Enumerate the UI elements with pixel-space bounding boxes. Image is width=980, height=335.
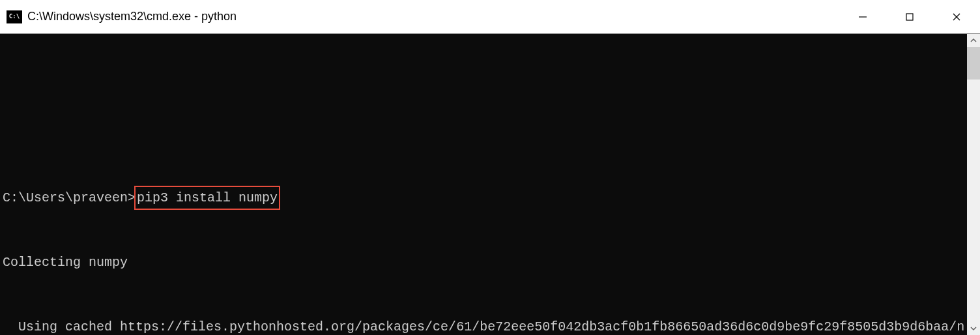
- prompt: C:\Users\praveen>: [3, 190, 136, 205]
- blank-line: [3, 123, 967, 144]
- minimize-icon: [857, 12, 868, 22]
- cmd-icon-text: C:\: [9, 14, 20, 20]
- window-title: C:\Windows\system32\cmd.exe - python: [27, 10, 237, 23]
- highlight-box: pip3 install numpy: [134, 186, 280, 210]
- maximize-icon: [904, 12, 915, 22]
- minimize-button[interactable]: [839, 0, 886, 33]
- chevron-up-icon: [970, 37, 977, 44]
- close-icon: [951, 12, 962, 22]
- scroll-down-button[interactable]: [967, 322, 980, 335]
- terminal-content: C:\Users\praveen>pip3 install numpy Coll…: [3, 80, 980, 335]
- cmd-icon: C:\: [7, 10, 22, 23]
- terminal-line: Collecting numpy: [3, 252, 967, 273]
- maximize-button[interactable]: [886, 0, 933, 33]
- terminal-line: C:\Users\praveen>pip3 install numpy: [3, 187, 967, 209]
- scroll-up-button[interactable]: [967, 34, 980, 47]
- titlebar: C:\ C:\Windows\system32\cmd.exe - python: [0, 0, 980, 34]
- scrollbar[interactable]: [967, 34, 980, 335]
- window-controls: [839, 0, 980, 33]
- chevron-down-icon: [970, 325, 977, 332]
- command-text: pip3 install numpy: [137, 190, 278, 205]
- terminal-line: Using cached https://files.pythonhosted.…: [3, 316, 967, 335]
- close-button[interactable]: [933, 0, 980, 33]
- terminal[interactable]: C:\Users\praveen>pip3 install numpy Coll…: [0, 34, 980, 335]
- scroll-thumb[interactable]: [967, 47, 980, 80]
- svg-rect-1: [906, 14, 913, 20]
